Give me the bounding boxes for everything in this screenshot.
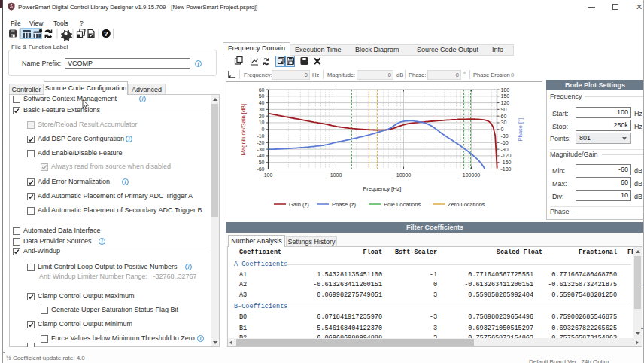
svg-text:90: 90 <box>501 107 507 112</box>
svg-text:-90: -90 <box>501 147 509 152</box>
svg-text:Magnitude/Gain [dB]: Magnitude/Gain [dB] <box>240 104 247 155</box>
svg-text:40: 40 <box>259 100 265 105</box>
svg-text:Frequency [Hz]: Frequency [Hz] <box>363 185 402 192</box>
svg-text:?: ? <box>104 29 108 38</box>
svg-text:0: 0 <box>262 127 265 132</box>
svg-text:150: 150 <box>501 93 510 99</box>
svg-text:-60: -60 <box>501 140 509 145</box>
svg-text:-30: -30 <box>257 147 264 152</box>
svg-text:-10: -10 <box>257 133 264 139</box>
svg-text:-50: -50 <box>257 160 264 165</box>
svg-text:-180: -180 <box>501 166 512 172</box>
svg-text:100000: 100000 <box>463 172 480 178</box>
svg-text:1000: 1000 <box>330 172 342 178</box>
svg-text:180: 180 <box>501 87 510 93</box>
svg-text:0: 0 <box>501 127 504 132</box>
svg-text:120: 120 <box>501 100 510 105</box>
svg-text:30: 30 <box>501 120 507 125</box>
svg-text:60: 60 <box>259 87 265 93</box>
svg-text:-60: -60 <box>257 166 264 172</box>
svg-text:-150: -150 <box>501 160 512 165</box>
svg-text:Gain (z): Gain (z) <box>289 201 309 208</box>
svg-text:60: 60 <box>501 114 507 119</box>
svg-text:Zero Locations: Zero Locations <box>448 201 485 208</box>
svg-text:20: 20 <box>259 114 265 119</box>
svg-text:10: 10 <box>259 120 265 125</box>
svg-text:50: 50 <box>259 93 265 99</box>
svg-text:-30: -30 <box>501 133 509 139</box>
svg-text:10000: 10000 <box>396 172 412 178</box>
svg-text:-120: -120 <box>501 153 512 158</box>
svg-text:-20: -20 <box>257 140 264 145</box>
svg-text:100: 100 <box>264 172 273 178</box>
svg-text:Pole Locations: Pole Locations <box>384 201 421 208</box>
svg-text:Phase (z): Phase (z) <box>332 201 357 208</box>
svg-text:Phase [°]: Phase [°] <box>517 118 524 142</box>
svg-text:30: 30 <box>259 107 265 112</box>
svg-text:-40: -40 <box>257 153 264 158</box>
